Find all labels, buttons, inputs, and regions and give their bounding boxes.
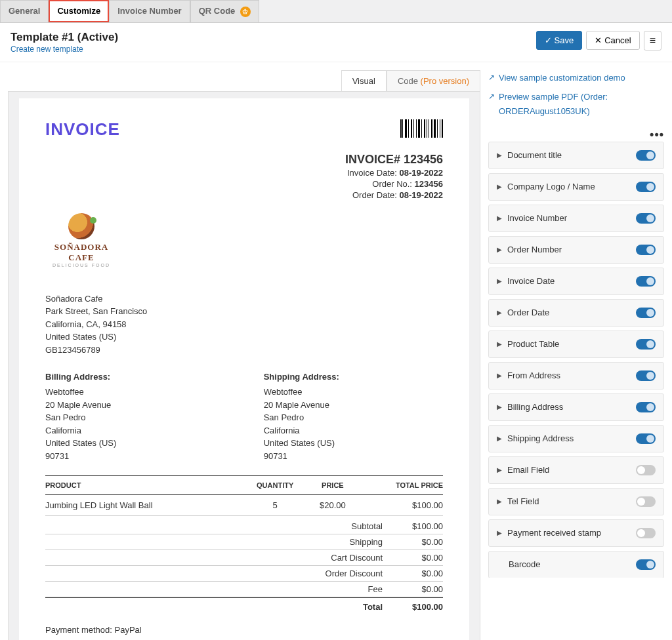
option-toggle[interactable] (636, 402, 656, 412)
chevron-right-icon: ▶ (497, 183, 502, 190)
check-icon: ✓ (545, 35, 552, 45)
options-kebab-icon[interactable]: ••• (488, 128, 667, 142)
option-toggle[interactable] (636, 150, 656, 161)
shipping-address: Shipping Address: Webtoffee 20 Maple Ave… (264, 372, 443, 462)
option-toggle[interactable] (636, 308, 656, 318)
external-link-icon: ↗ (488, 90, 495, 119)
chevron-right-icon: ▶ (497, 498, 502, 505)
option-item-order-date[interactable]: ▶Order Date (488, 299, 664, 327)
close-icon: ✕ (595, 35, 602, 45)
option-label: Order Number (507, 245, 562, 254)
invoice-title: INVOICE (45, 119, 120, 140)
option-toggle[interactable] (636, 339, 656, 350)
chevron-right-icon: ▶ (497, 340, 502, 348)
more-menu-button[interactable]: ≡ (644, 31, 662, 50)
option-label: Document title (507, 150, 562, 160)
option-item-product-table[interactable]: ▶Product Table (488, 330, 664, 358)
option-toggle[interactable] (636, 433, 656, 444)
option-label: Tel Field (507, 496, 539, 506)
chevron-right-icon: ▶ (497, 435, 502, 442)
option-toggle[interactable] (636, 182, 656, 192)
tab-general[interactable]: General (0, 0, 49, 22)
option-item-billing-address[interactable]: ▶Billing Address (488, 393, 664, 421)
barcode (400, 119, 443, 138)
option-item-order-number[interactable]: ▶Order Number (488, 236, 664, 264)
option-label: Invoice Date (507, 276, 555, 286)
preview-tab-code[interactable]: Code (Pro version) (387, 70, 480, 91)
preview-tab-visual[interactable]: Visual (341, 70, 387, 91)
company-logo: SOÑADORA CAFE DELICIOUS FOOD (45, 213, 117, 268)
hamburger-icon: ≡ (650, 35, 656, 46)
option-item-shipping-address[interactable]: ▶Shipping Address (488, 425, 664, 452)
cancel-button[interactable]: ✕ Cancel (586, 31, 639, 50)
chevron-right-icon: ▶ (497, 466, 502, 473)
option-item-document-title[interactable]: ▶Document title (488, 142, 664, 169)
chevron-right-icon: ▶ (497, 277, 502, 285)
option-item-payment-received-stamp[interactable]: ▶Payment received stamp (488, 519, 664, 547)
option-toggle[interactable] (636, 370, 656, 381)
option-item-email-field[interactable]: ▶Email Field (488, 456, 664, 484)
demo-link[interactable]: ↗View sample customization demo (488, 71, 625, 85)
preview-mode-tabs: Visual Code (Pro version) (8, 70, 480, 91)
chevron-right-icon: ▶ (497, 309, 502, 316)
option-item-invoice-date[interactable]: ▶Invoice Date (488, 268, 664, 295)
preview-pdf-link[interactable]: ↗ Preview sample PDF (Order: ORDERAugust… (488, 90, 667, 119)
page-title: Template #1 (Active) (10, 31, 118, 44)
chevron-right-icon: ▶ (497, 372, 502, 379)
save-button[interactable]: ✓ Save (536, 31, 583, 50)
customization-options-list[interactable]: ▶Document title▶Company Logo / Name▶Invo… (488, 142, 667, 578)
billing-address: Billing Address: Webtoffee 20 Maple Aven… (45, 372, 224, 462)
option-item-invoice-number[interactable]: ▶Invoice Number (488, 205, 664, 232)
tab-customize[interactable]: Customize (49, 0, 109, 22)
option-item-from-address[interactable]: ▶From Address (488, 362, 664, 390)
option-label: Shipping Address (507, 433, 574, 443)
option-label: Company Logo / Name (507, 182, 595, 191)
chevron-right-icon: ▶ (497, 151, 502, 159)
invoice-document: INVOICE INVOICE# 123456 Invoice Date: 08… (19, 98, 469, 641)
settings-tab-bar: General Customize Invoice Number QR Code… (0, 0, 672, 23)
option-toggle[interactable] (636, 465, 656, 475)
product-table: PRODUCT QUANTITY PRICE TOTAL PRICE Jumbi… (45, 475, 443, 516)
option-toggle[interactable] (636, 496, 656, 507)
help-links: ↗View sample customization demo ↗ Previe… (488, 70, 667, 119)
option-item-barcode[interactable]: Barcode (488, 551, 664, 578)
create-template-link[interactable]: Create new template (10, 45, 83, 54)
option-label: From Address (507, 370, 560, 380)
option-toggle[interactable] (636, 245, 656, 255)
option-label: Invoice Number (507, 213, 567, 223)
tab-invoice-number[interactable]: Invoice Number (109, 0, 190, 22)
option-toggle[interactable] (636, 213, 656, 224)
crown-icon: ♔ (240, 7, 251, 17)
option-label: Order Date (507, 308, 549, 317)
option-toggle[interactable] (636, 276, 656, 287)
chevron-right-icon: ▶ (497, 529, 502, 536)
payment-method: Payment method: PayPal (45, 625, 443, 635)
option-toggle[interactable] (636, 528, 656, 538)
option-item-tel-field[interactable]: ▶Tel Field (488, 488, 664, 515)
chevron-right-icon: ▶ (497, 214, 502, 222)
option-label: Barcode (509, 559, 540, 569)
option-item-company-logo-name[interactable]: ▶Company Logo / Name (488, 173, 664, 201)
from-address: Soñadora Cafe Park Street, San Francisco… (45, 292, 443, 357)
tab-qr-code[interactable]: QR Code ♔ (190, 0, 259, 22)
option-label: Payment received stamp (507, 528, 601, 538)
option-label: Email Field (507, 465, 549, 475)
external-link-icon: ↗ (488, 71, 495, 85)
invoice-meta: INVOICE# 123456 Invoice Date: 08-19-2022… (45, 153, 443, 200)
chevron-right-icon: ▶ (497, 403, 502, 410)
option-toggle[interactable] (636, 559, 656, 570)
chevron-right-icon: ▶ (497, 246, 502, 253)
template-header: Template #1 (Active) Create new template… (0, 23, 672, 62)
preview-canvas: INVOICE INVOICE# 123456 Invoice Date: 08… (8, 91, 480, 641)
table-row: Jumbing LED Light Wall Ball 5 $20.00 $10… (45, 495, 443, 516)
option-label: Billing Address (507, 402, 563, 412)
option-label: Product Table (507, 339, 559, 349)
totals-block: Subtotal$100.00 Shipping$0.00 Cart Disco… (45, 519, 443, 614)
